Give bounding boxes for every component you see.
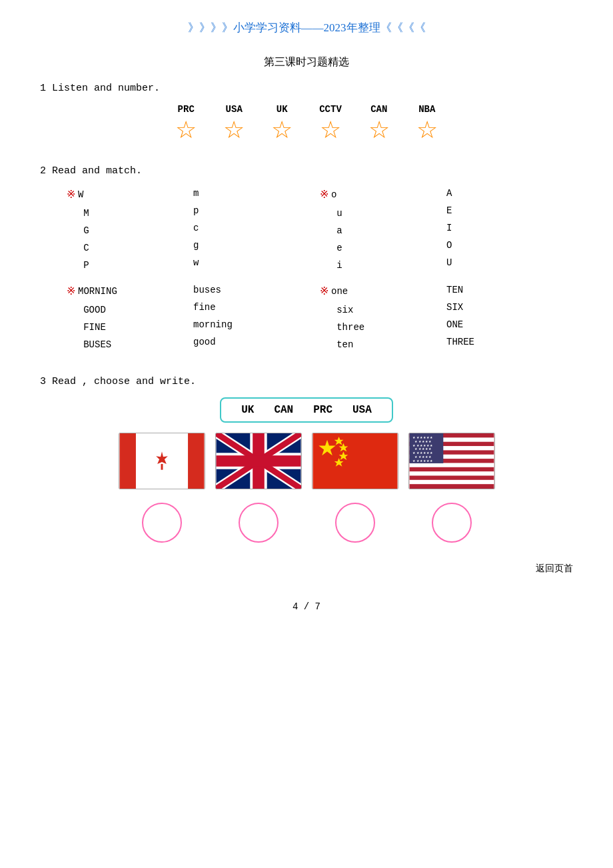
match-grid-words: ※ MORNING GOOD FINE BUSES buses fine mor… <box>67 283 573 353</box>
match-word-fine: FINE <box>67 321 193 335</box>
star-item-prc: PRC ☆ <box>175 104 197 142</box>
question2: 2 Read and match. ※ W M G C P m p c g w … <box>40 165 573 353</box>
flag-china <box>312 433 398 489</box>
match-word-col1-header: ※ MORNING <box>67 283 193 299</box>
match-word-col2-fine: fine <box>193 301 320 315</box>
star-icon-cctv: ☆ <box>320 118 341 142</box>
svg-text:★ ★ ★ ★ ★ ★: ★ ★ ★ ★ ★ ★ <box>412 444 433 447</box>
match-word-col3-three: three <box>320 321 446 335</box>
match-word-col4-three: THREE <box>446 335 573 350</box>
svg-rect-12 <box>216 455 301 467</box>
word-usa: USA <box>352 404 372 416</box>
svg-text:★ ★ ★ ★ ★ ★: ★ ★ ★ ★ ★ ★ <box>412 451 433 455</box>
answer-circle-4[interactable] <box>432 503 472 543</box>
match-word-col4-one: ONE <box>446 318 573 333</box>
svg-text:★ ★ ★ ★ ★ ★: ★ ★ ★ ★ ★ ★ <box>412 459 433 463</box>
match-word-col2-good: good <box>193 335 320 350</box>
svg-rect-24 <box>409 471 494 475</box>
star-item-usa: USA ☆ <box>223 104 245 142</box>
match-col1-m: M <box>67 207 193 221</box>
flags-row: ★ ★ ★ ★ ★ ★ ★ ★ ★ ★ ★ ★ ★ ★ ★ ★ ★ ★ ★ ★ … <box>40 433 573 489</box>
word-uk: UK <box>241 404 254 416</box>
svg-rect-23 <box>409 463 494 467</box>
star-icon-prc: ☆ <box>175 118 197 142</box>
circles-row <box>40 503 573 543</box>
match-col3-u: u <box>320 207 446 221</box>
match-col4-i: I <box>446 221 573 236</box>
match-word-col3-header: ※ one <box>320 283 446 299</box>
star-item-uk: UK ☆ <box>271 104 293 142</box>
star-label-can: CAN <box>370 104 387 115</box>
match-col2: m p c g w <box>193 187 320 273</box>
answer-circle-3[interactable] <box>335 503 375 543</box>
question1-label: 1 Listen and number. <box>40 83 573 94</box>
stars-row: PRC ☆ USA ☆ UK ☆ CCTV ☆ CAN ☆ NBA ☆ <box>40 104 573 142</box>
match-col2-m: m <box>193 187 320 201</box>
match-col1-g: G <box>67 224 193 239</box>
star-icon-can: ☆ <box>368 118 390 142</box>
match-col4-e: E <box>446 204 573 219</box>
match-col3-a: a <box>320 224 446 239</box>
match-col1-p: P <box>67 259 193 273</box>
match-word-col3: ※ one six three ten <box>320 283 446 353</box>
question3: 3 Read , choose and write. UK CAN PRC US… <box>40 376 573 543</box>
word-box: UK CAN PRC USA <box>40 397 573 423</box>
match-col3-i: i <box>320 259 446 273</box>
back-to-top[interactable]: 返回页首 <box>40 563 573 575</box>
match-word-col4: TEN SIX ONE THREE <box>446 283 573 353</box>
match-col1: ※ W M G C P <box>67 187 193 273</box>
star-icon-uk: ☆ <box>271 118 293 142</box>
flag-uk <box>215 433 302 489</box>
star-icon-nba: ☆ <box>416 118 438 142</box>
match-col3-header: ※ o <box>320 187 446 203</box>
star-label-nba: NBA <box>418 104 435 115</box>
svg-text:★ ★ ★ ★ ★ ★: ★ ★ ★ ★ ★ ★ <box>412 436 433 439</box>
svg-rect-13 <box>312 433 397 489</box>
asterisk-icon-3: ※ <box>67 285 75 298</box>
match-col2-c: c <box>193 221 320 236</box>
star-label-uk: UK <box>277 104 288 115</box>
question1: 1 Listen and number. PRC ☆ USA ☆ UK ☆ CC… <box>40 83 573 142</box>
star-icon-usa: ☆ <box>223 118 245 142</box>
header-title: 》》》》小学学习资料——2023年整理《《《《 <box>40 20 573 35</box>
word-can: CAN <box>274 404 293 416</box>
match-col3-e: e <box>320 241 446 256</box>
svg-text:★ ★ ★ ★ ★: ★ ★ ★ ★ ★ <box>414 447 432 451</box>
asterisk-icon-2: ※ <box>320 188 328 201</box>
match-word-col2-buses: buses <box>193 283 320 298</box>
match-col2-p: p <box>193 204 320 219</box>
match-grid: ※ W M G C P m p c g w ※ o u a <box>67 187 573 273</box>
svg-text:★ ★ ★ ★ ★: ★ ★ ★ ★ ★ <box>414 440 432 443</box>
match-col2-w: w <box>193 256 320 271</box>
match-col1-c: C <box>67 241 193 256</box>
match-word-col4-ten: TEN <box>446 283 573 298</box>
flag-canada <box>119 433 205 489</box>
match-col4-u: U <box>446 256 573 271</box>
svg-rect-3 <box>161 464 163 470</box>
word-box-inner: UK CAN PRC USA <box>220 397 393 423</box>
question2-label: 2 Read and match. <box>40 165 573 177</box>
svg-rect-25 <box>409 480 494 484</box>
match-word-col2: buses fine morning good <box>193 283 320 353</box>
star-label-prc: PRC <box>178 104 195 115</box>
svg-text:★ ★ ★ ★ ★: ★ ★ ★ ★ ★ <box>414 455 432 459</box>
match-col4-a: A <box>446 187 573 201</box>
star-label-cctv: CCTV <box>319 104 342 115</box>
asterisk-icon-1: ※ <box>67 188 75 201</box>
answer-circle-2[interactable] <box>239 503 279 543</box>
section-title: 第三课时习题精选 <box>40 55 573 69</box>
star-label-usa: USA <box>226 104 243 115</box>
star-item-nba: NBA ☆ <box>416 104 438 142</box>
match-word-buses: BUSES <box>67 338 193 353</box>
match-col3: ※ o u a e i <box>320 187 446 273</box>
question3-label: 3 Read , choose and write. <box>40 376 573 387</box>
match-col1-header: ※ W <box>67 187 193 203</box>
asterisk-icon-4: ※ <box>320 285 328 298</box>
match-word-col1: ※ MORNING GOOD FINE BUSES <box>67 283 193 353</box>
match-word-col4-six: SIX <box>446 301 573 315</box>
page-number: 4 / 7 <box>40 601 573 612</box>
match-col4: A E I O U <box>446 187 573 273</box>
star-item-can: CAN ☆ <box>368 104 390 142</box>
flag-usa: ★ ★ ★ ★ ★ ★ ★ ★ ★ ★ ★ ★ ★ ★ ★ ★ ★ ★ ★ ★ … <box>408 433 495 489</box>
answer-circle-1[interactable] <box>142 503 182 543</box>
